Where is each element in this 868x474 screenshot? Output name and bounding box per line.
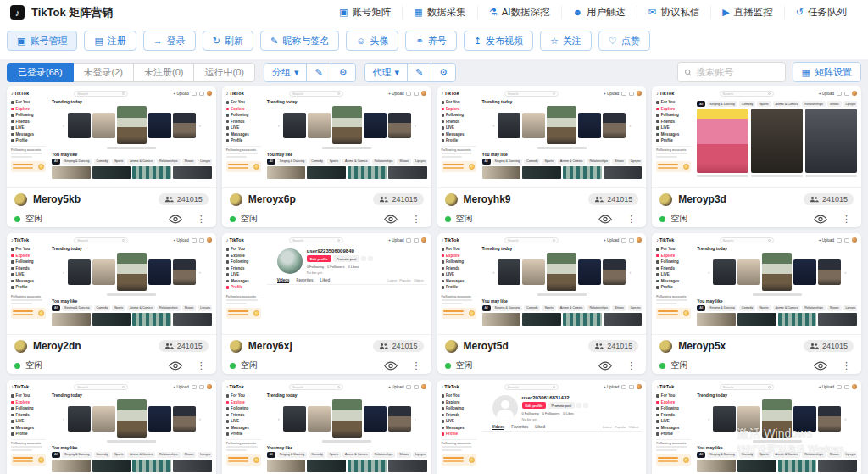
mini-browser-screenshot[interactable]: ♪TikTok Search + Upload For YouExploreFo…	[7, 86, 216, 188]
status-tab-3[interactable]: 运行中(0)	[193, 63, 254, 82]
view-icon[interactable]	[814, 215, 827, 224]
view-icon[interactable]	[814, 361, 827, 371]
mini-browser-screenshot[interactable]: ♪TikTok Search + Upload For YouExploreFo…	[437, 86, 647, 188]
category-chip: Shows	[827, 305, 842, 311]
mini-profile-avatar	[421, 237, 426, 243]
people-icon	[594, 343, 604, 349]
coin-icon	[253, 164, 259, 170]
search-icon	[553, 92, 555, 95]
profile-sort-options: LatestPopularOldest	[603, 425, 638, 429]
view-icon[interactable]	[169, 361, 182, 371]
category-chips: AllSinging & DancingComedySportsAnime & …	[482, 159, 643, 165]
more-menu-icon[interactable]: ⋮	[842, 361, 851, 371]
group-settings-button[interactable]: ⚙	[331, 63, 356, 82]
mini-search-bar: Search	[289, 237, 343, 243]
view-icon[interactable]	[384, 361, 398, 371]
matrix-settings-button[interactable]: ▦ 矩阵设置	[793, 62, 861, 82]
category-chip: Anime & Comics	[773, 101, 801, 107]
toolbar-button-4[interactable]: ✎ 昵称与签名	[260, 31, 339, 51]
nav-item-4[interactable]: ✉ 协议私信	[637, 6, 710, 20]
mini-sidebar-item: Profile	[656, 284, 691, 291]
nav-item-2[interactable]: ⚗ AI数据深挖	[477, 6, 561, 20]
toolbar: ▣ 账号管理 ▤ 注册 → 登录 ↻ 刷新 ✎ 昵称与签名 ☺ 头像 ⚭ 养号 …	[0, 25, 868, 59]
toolbar-button-0[interactable]: ▣ 账号管理	[7, 31, 77, 51]
more-menu-icon[interactable]: ⋮	[197, 215, 206, 224]
trending-today-title: Trending today	[52, 393, 212, 398]
group-dropdown[interactable]: 分组▾	[264, 63, 308, 82]
mini-browser-screenshot[interactable]: ♪TikTok Search + Upload For YouExploreFo…	[652, 233, 861, 335]
coin-icon	[683, 310, 689, 316]
mini-promo-banner	[226, 454, 261, 466]
mini-browser-screenshot[interactable]: ♪TikTok Search + Upload For YouExploreFo…	[222, 233, 431, 335]
proxy-dropdown[interactable]: 代理▾	[364, 63, 409, 82]
mini-browser-screenshot[interactable]: ♪TikTok Search + Upload For YouExploreFo…	[652, 380, 861, 474]
mini-following-accounts-label: Following accounts	[11, 295, 46, 298]
more-menu-icon[interactable]: ⋮	[412, 215, 421, 224]
view-icon[interactable]	[598, 361, 612, 371]
search-icon	[768, 92, 771, 95]
mini-browser-screenshot[interactable]: ♪TikTok Search + Upload For YouExploreFo…	[437, 380, 647, 474]
toolbar-button-2[interactable]: → 登录	[143, 31, 196, 51]
mini-browser-screenshot[interactable]: ♪TikTok Search + Upload For YouExploreFo…	[222, 86, 431, 188]
status-dot	[659, 216, 665, 222]
toolbar-button-3[interactable]: ↻ 刷新	[203, 31, 253, 51]
status-dot	[14, 363, 20, 369]
nav-item-0[interactable]: ▣ 账号矩阵	[328, 6, 402, 20]
carousel-next-icon: ›	[843, 416, 848, 421]
video-thumbnail	[148, 113, 171, 138]
more-menu-icon[interactable]: ⋮	[412, 361, 421, 371]
category-chip: Lipsync	[843, 452, 857, 458]
more-menu-icon[interactable]: ⋮	[197, 361, 206, 371]
more-menu-icon[interactable]: ⋮	[626, 361, 636, 371]
mini-following-accounts-label: Following accounts	[442, 442, 476, 445]
gear-icon: ⚙	[339, 67, 348, 78]
nav-item-6[interactable]: ↺ 任务队列	[784, 6, 858, 20]
more-menu-icon[interactable]: ⋮	[842, 215, 851, 224]
toolbar-button-1[interactable]: ▤ 注册	[84, 31, 136, 51]
mini-sidebar-item: Messages	[656, 278, 691, 285]
category-chip: Shows	[182, 452, 197, 458]
toolbar-button-icon: →	[153, 36, 163, 46]
nav-item-3[interactable]: ☻ 用户触达	[561, 6, 637, 20]
search-icon	[684, 68, 693, 77]
toolbar-button-6[interactable]: ⚭ 养号	[405, 31, 456, 51]
mini-sidebar-item: Messages	[442, 278, 476, 285]
mini-upload-button: + Upload	[174, 92, 189, 96]
proxy-settings-button[interactable]: ⚙	[431, 63, 456, 82]
more-menu-icon[interactable]: ⋮	[626, 215, 636, 224]
status-tab-2[interactable]: 未注册(0)	[133, 63, 194, 82]
mini-sidebar-item: Following	[656, 112, 691, 119]
category-chip: Anime & Comics	[558, 305, 586, 311]
group-edit-button[interactable]: ✎	[306, 63, 331, 82]
proxy-edit-button[interactable]: ✎	[407, 63, 431, 82]
mini-sidebar-item: LIVE	[226, 418, 261, 425]
status-tab-1[interactable]: 未登录(2)	[73, 63, 134, 82]
mini-browser-screenshot[interactable]: ♪TikTok Search + Upload For YouExploreFo…	[437, 233, 647, 335]
toolbar-button-9[interactable]: ♡ 点赞	[598, 31, 650, 51]
status-tab-0[interactable]: 已登录(68)	[7, 63, 74, 82]
toolbar-button-7[interactable]: ↥ 发布视频	[464, 31, 533, 51]
nav-item-5[interactable]: ▶ 直播监控	[710, 6, 783, 20]
view-icon[interactable]	[384, 215, 398, 224]
mini-upload-button: + Upload	[819, 238, 834, 243]
nav-icon: ▶	[722, 8, 729, 17]
mini-upload-button: + Upload	[174, 385, 189, 389]
toolbar-button-5[interactable]: ☺ 头像	[346, 31, 398, 51]
search-account-input[interactable]	[696, 67, 778, 77]
toolbar-button-label: 头像	[370, 35, 388, 47]
mini-sidebar-item: Profile	[442, 137, 476, 144]
mini-browser-topbar: ♪TikTok Search + Upload	[652, 233, 861, 244]
toolbar-button-8[interactable]: ☆ 关注	[540, 31, 592, 51]
view-icon[interactable]	[169, 215, 182, 224]
view-icon[interactable]	[598, 215, 612, 224]
mini-browser-screenshot[interactable]: ♪TikTok Search + Upload For YouExploreFo…	[652, 86, 861, 188]
mini-browser-screenshot[interactable]: ♪TikTok Search + Upload For YouExploreFo…	[7, 233, 216, 335]
carousel-prev-icon: ‹	[61, 416, 66, 421]
mini-browser-screenshot[interactable]: ♪TikTok Search + Upload For YouExploreFo…	[222, 380, 431, 474]
nav-item-1[interactable]: ▦ 数据采集	[402, 6, 476, 20]
category-chip: Anime & Comics	[342, 159, 370, 165]
search-icon	[337, 239, 340, 242]
video-caption	[107, 440, 156, 443]
mini-browser-screenshot[interactable]: ♪TikTok Search + Upload For YouExploreFo…	[7, 380, 216, 474]
search-account-box[interactable]	[677, 62, 786, 82]
